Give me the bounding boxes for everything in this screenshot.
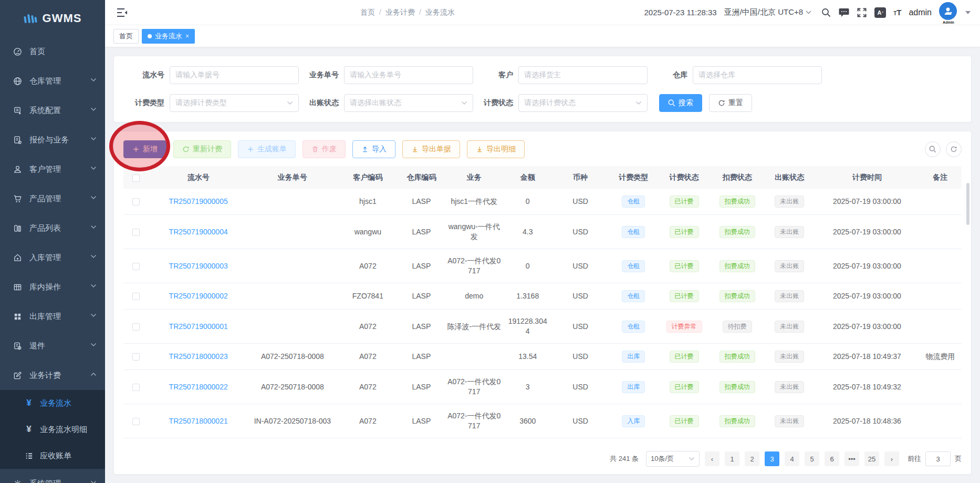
transaction-no-cell[interactable]: TR250719000004 <box>149 215 248 249</box>
breadcrumb-item[interactable]: 业务流水 <box>425 8 455 16</box>
tab-首页[interactable]: 首页 <box>113 29 139 44</box>
bill-out-status-select[interactable]: 请选择出账状态 <box>344 94 473 112</box>
header-right-cluster: 2025-07-23 11:28:33 亚洲/中国/北京 UTC+8 Aᶻ TT… <box>644 2 971 23</box>
pagination: 共 241 条10条/页‹123456•••25›前往3页 <box>123 451 962 467</box>
chevron-down-icon <box>806 11 811 14</box>
add-button[interactable]: 新增 <box>123 140 166 158</box>
sidebar-item-warehouse-ops[interactable]: 库内操作 <box>0 272 105 302</box>
page-button-4[interactable]: 4 <box>785 451 799 466</box>
translate-icon[interactable]: Aᶻ <box>874 7 886 18</box>
sidebar-collapse-icon[interactable] <box>117 8 128 17</box>
currency-cell: USD <box>551 404 610 438</box>
jump-page-input[interactable]: 3 <box>925 451 951 466</box>
filter-row-2: 计费类型请选择计费类型出账状态请选择出账状态计费状态请选择计费状态搜索重置 <box>124 94 961 112</box>
sidebar-item-system-config[interactable]: 系统配置 <box>0 96 105 125</box>
export-docs-button[interactable]: 导出单据 <box>402 140 460 158</box>
page-button-1[interactable]: 1 <box>725 451 739 466</box>
row-checkbox[interactable] <box>132 384 140 391</box>
font-size-icon[interactable]: TT <box>893 8 901 17</box>
generate-bill-button[interactable]: 生成账单 <box>238 140 296 158</box>
transaction-no-cell[interactable]: TR250719000002 <box>149 283 248 310</box>
void-button[interactable]: 作废 <box>303 140 346 158</box>
timezone-selector[interactable]: 亚洲/中国/北京 UTC+8 <box>724 7 811 17</box>
next-page-button[interactable]: › <box>884 451 899 466</box>
breadcrumb-item[interactable]: 首页 <box>360 8 375 16</box>
tab-业务流水[interactable]: 业务流水× <box>142 29 195 44</box>
billing-status-select[interactable]: 请选择计费状态 <box>518 94 648 112</box>
out-status-cell: 未出账 <box>764 249 815 283</box>
sidebar-item-home[interactable]: 首页 <box>0 37 105 66</box>
import-button[interactable]: 导入 <box>352 140 395 158</box>
table-search-button[interactable] <box>925 141 941 157</box>
page-button-5[interactable]: 5 <box>805 451 819 466</box>
row-checkbox[interactable] <box>132 293 140 300</box>
list-icon <box>24 451 34 460</box>
remark-cell <box>919 370 962 404</box>
export-detail-button[interactable]: 导出明细 <box>467 140 525 158</box>
row-checkbox[interactable] <box>132 229 140 236</box>
chevron-down-icon <box>635 101 642 105</box>
filter-label: 业务单号 <box>299 70 344 80</box>
placeholder-text: 请选择出账状态 <box>350 98 401 108</box>
table-refresh-button[interactable] <box>946 141 962 157</box>
chevron-down-icon <box>461 101 467 105</box>
refresh-icon <box>182 146 190 153</box>
page-button-25[interactable]: 25 <box>864 451 879 466</box>
status-badge: 未出账 <box>775 381 804 393</box>
select-all-checkbox[interactable] <box>132 174 140 182</box>
page-button-2[interactable]: 2 <box>745 451 759 466</box>
prev-page-button[interactable]: ‹ <box>705 451 720 466</box>
row-checkbox[interactable] <box>132 263 140 270</box>
vertical-scrollbar[interactable] <box>966 183 969 225</box>
transaction-no-cell[interactable]: TR250718000022 <box>149 370 248 404</box>
transaction-no-cell[interactable]: TR250719000001 <box>149 310 248 344</box>
sidebar-subitem-receivable-bills[interactable]: 应收账单 <box>0 443 105 469</box>
tab-close-icon[interactable]: × <box>185 33 189 40</box>
user-menu-caret-icon[interactable] <box>965 11 971 14</box>
transaction-no-input[interactable]: 请输入单据号 <box>170 66 299 84</box>
user-menu[interactable]: Admin <box>939 2 958 23</box>
row-checkbox[interactable] <box>132 198 140 205</box>
transaction-no-cell[interactable]: TR250719000003 <box>149 249 248 283</box>
reset-button[interactable]: 重置 <box>709 94 752 112</box>
sidebar-item-product-list[interactable]: 产品列表 <box>0 213 105 243</box>
search-icon[interactable] <box>821 7 831 18</box>
toolbar-button-label: 导出明细 <box>486 145 516 154</box>
row-checkbox[interactable] <box>132 323 140 331</box>
page-ellipsis[interactable]: ••• <box>845 451 859 466</box>
sidebar-item-business-billing[interactable]: 业务计费 <box>0 361 105 390</box>
transaction-no-cell[interactable]: TR250718000021 <box>149 404 248 438</box>
app-logo: GWMS <box>0 0 105 37</box>
message-icon[interactable] <box>839 7 849 18</box>
sidebar-subitem-business-flow-detail[interactable]: ¥业务流水明细 <box>0 416 105 443</box>
page-size-select[interactable]: 10条/页 <box>646 451 700 467</box>
business-no-input[interactable]: 请输入业务单号 <box>344 66 473 84</box>
page-button-6[interactable]: 6 <box>825 451 839 466</box>
sidebar-item-returns[interactable]: 退件 <box>0 331 105 361</box>
transaction-no-cell[interactable]: TR250718000023 <box>149 344 248 370</box>
sidebar-item-outbound-mgmt[interactable]: 出库管理 <box>0 302 105 331</box>
breadcrumb-item[interactable]: 业务计费 <box>385 8 415 16</box>
breadcrumb-separator: / <box>419 8 421 16</box>
customer-input[interactable]: 请选择货主 <box>518 66 648 84</box>
transaction-no-cell[interactable] <box>149 438 248 444</box>
status-badge: 仓租 <box>622 290 645 302</box>
sidebar-item-inbound-mgmt[interactable]: 入库管理 <box>0 243 105 272</box>
search-button[interactable]: 搜索 <box>659 94 702 112</box>
warehouse-input[interactable]: 请选择仓库 <box>693 66 822 84</box>
billing-type-select[interactable]: 请选择计费类型 <box>170 94 299 112</box>
sidebar-item-customer-mgmt[interactable]: 客户管理 <box>0 155 105 184</box>
out-status-cell: 未出账 <box>764 283 815 310</box>
sidebar-subitem-business-flow[interactable]: ¥业务流水 <box>0 390 105 416</box>
sidebar-item-quote-business[interactable]: 报价与业务 <box>0 125 105 155</box>
sidebar-item-system-mgmt[interactable]: 系统管理 <box>0 469 105 483</box>
fullscreen-icon[interactable] <box>857 7 867 18</box>
sidebar-item-product-mgmt[interactable]: 产品管理 <box>0 184 105 213</box>
rebill-button[interactable]: 重新计费 <box>173 140 231 158</box>
business-cell: wangwu-一件代发 <box>444 215 504 249</box>
row-checkbox[interactable] <box>132 353 140 361</box>
row-checkbox[interactable] <box>132 418 140 425</box>
sidebar-item-warehouse-mgmt[interactable]: 仓库管理 <box>0 66 105 96</box>
transaction-no-cell[interactable]: TR250719000005 <box>149 189 248 215</box>
page-button-3[interactable]: 3 <box>765 451 779 466</box>
